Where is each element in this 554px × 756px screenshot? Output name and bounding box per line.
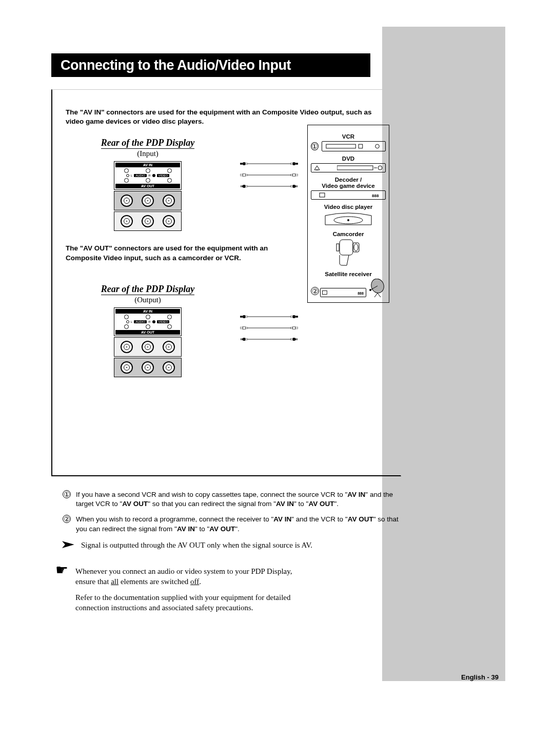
- intro-av-in: The "AV IN" connectors are used for the …: [66, 108, 379, 126]
- svg-text:888: 888: [372, 193, 379, 198]
- svg-rect-42: [241, 338, 242, 341]
- svg-rect-15: [243, 185, 246, 188]
- svg-rect-7: [240, 175, 243, 176]
- svg-rect-49: [298, 338, 298, 341]
- svg-rect-9: [245, 175, 248, 176]
- svg-rect-29: [290, 316, 293, 317]
- svg-rect-30: [293, 315, 295, 318]
- svg-rect-17: [241, 185, 242, 188]
- svg-point-57: [378, 166, 382, 170]
- rear-label-input: Rear of the PDP Display: [101, 138, 194, 149]
- svg-rect-62: [340, 240, 353, 255]
- cable-diagram-output: [240, 312, 298, 346]
- svg-rect-48: [296, 338, 297, 341]
- svg-line-71: [374, 293, 378, 297]
- device-label-dvd: DVD: [311, 156, 386, 162]
- svg-rect-34: [245, 327, 248, 328]
- input-label: (Input): [137, 149, 159, 158]
- svg-rect-8: [243, 174, 246, 177]
- panel-av-out-label: AV OUT: [115, 184, 180, 188]
- svg-rect-33: [243, 326, 246, 329]
- svg-rect-1: [243, 163, 246, 166]
- svg-rect-58: [320, 193, 325, 197]
- callout-2: ②: [311, 287, 319, 295]
- svg-point-68: [369, 279, 386, 295]
- device-vcr-icon: [322, 141, 386, 151]
- callout-1: ①: [311, 142, 319, 150]
- devices-panel: VCR ① DVD Decoder / Video game device 88…: [307, 125, 389, 303]
- svg-rect-20: [290, 186, 293, 187]
- svg-rect-13: [295, 175, 298, 176]
- page-title: Connecting to the Audio/Video Input: [52, 57, 291, 73]
- svg-rect-45: [290, 339, 293, 340]
- tip-section: ☛ Whenever you connect an audio or video…: [55, 566, 296, 613]
- satellite-dish-icon: [367, 279, 386, 297]
- svg-rect-23: [296, 185, 297, 188]
- svg-rect-6: [295, 163, 298, 165]
- page-title-box: Connecting to the Audio/Video Input: [51, 53, 370, 77]
- device-dvd-icon: [311, 163, 386, 172]
- device-label-disc: Video disc player: [311, 204, 386, 210]
- device-decoder-icon: 888: [311, 190, 386, 200]
- note-number-2: ②: [63, 515, 71, 523]
- svg-rect-25: [240, 316, 243, 317]
- device-label-decoder: Decoder / Video game device: [311, 177, 386, 189]
- svg-rect-38: [295, 327, 298, 328]
- signal-note: Signal is outputted through the AV OUT o…: [81, 540, 312, 550]
- svg-rect-55: [337, 166, 373, 170]
- device-label-camcorder: Camcorder: [311, 231, 386, 237]
- intro-av-out: The "AV OUT" connectors are used for the…: [66, 244, 302, 262]
- svg-rect-51: [359, 144, 363, 148]
- rear-panel-input: AV IN L AUDIO R VIDEO AV OUT: [114, 161, 182, 231]
- main-content-box: The "AV IN" connectors are used for the …: [51, 89, 401, 476]
- device-label-satellite: Satellite receiver: [311, 271, 386, 277]
- svg-rect-4: [290, 163, 293, 164]
- note-1-text: If you have a second VCR and wish to cop…: [76, 490, 401, 509]
- svg-rect-26: [243, 315, 246, 318]
- svg-rect-18: [245, 186, 248, 187]
- notes-section: ① If you have a second VCR and wish to c…: [63, 490, 401, 550]
- svg-rect-32: [240, 327, 243, 328]
- svg-rect-2: [245, 163, 248, 164]
- svg-point-61: [347, 219, 349, 221]
- svg-rect-21: [293, 185, 295, 188]
- device-disc-icon: [323, 211, 374, 227]
- page-footer: English - 39: [461, 673, 499, 681]
- note-number-1: ①: [63, 490, 71, 498]
- device-receiver-icon: 888: [320, 288, 366, 297]
- hand-pointer-icon: ☛: [55, 566, 68, 613]
- svg-point-52: [375, 144, 380, 148]
- cable-diagram-input: [240, 159, 298, 193]
- rear-label-output: Rear of the PDP Display: [101, 284, 194, 295]
- svg-rect-31: [295, 316, 298, 317]
- note-2-text: When you wish to record a programme, con…: [76, 515, 401, 533]
- svg-text:888: 888: [358, 292, 364, 295]
- svg-rect-11: [290, 175, 293, 176]
- svg-rect-0: [240, 163, 243, 165]
- svg-rect-5: [293, 163, 295, 166]
- device-label-vcr: VCR: [311, 133, 386, 140]
- svg-rect-66: [323, 290, 327, 294]
- svg-rect-40: [243, 338, 246, 341]
- svg-rect-50: [326, 144, 356, 148]
- output-label: (Output): [134, 296, 161, 304]
- svg-rect-37: [293, 326, 295, 329]
- svg-rect-65: [337, 244, 339, 251]
- svg-rect-16: [240, 185, 241, 188]
- arrow-icon: ➤: [60, 540, 75, 549]
- tip-para-2: Refer to the documentation supplied with…: [75, 592, 296, 613]
- rear-panel-output: AV IN L AUDIO R VIDEO AV OUT: [114, 307, 182, 377]
- tip-para-1: Whenever you connect an audio or video s…: [75, 566, 296, 587]
- svg-point-70: [369, 289, 371, 291]
- svg-rect-36: [290, 327, 293, 328]
- svg-marker-53: [314, 166, 320, 170]
- svg-rect-46: [293, 338, 295, 341]
- svg-rect-12: [293, 174, 295, 177]
- svg-rect-24: [298, 185, 298, 188]
- svg-rect-27: [245, 316, 248, 317]
- svg-rect-41: [240, 338, 241, 341]
- svg-line-72: [378, 293, 381, 297]
- svg-point-64: [354, 244, 358, 251]
- svg-rect-43: [245, 339, 248, 340]
- panel-av-in-label: AV IN: [115, 163, 180, 167]
